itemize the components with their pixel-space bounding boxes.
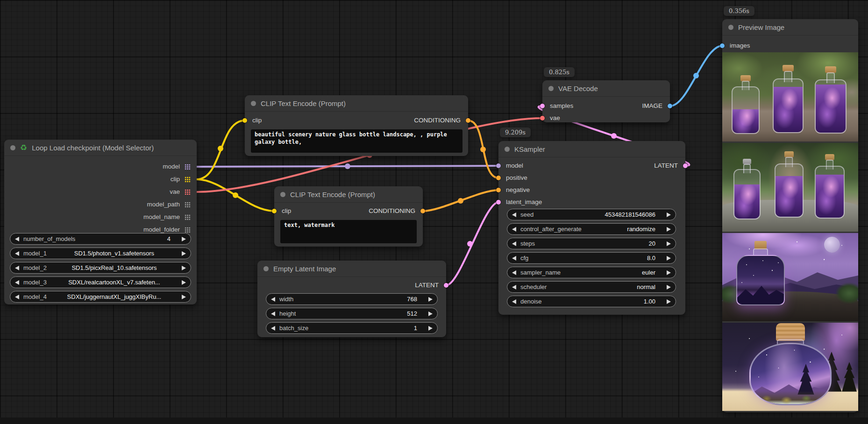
collapse-dot-icon[interactable] <box>251 101 256 106</box>
increment-arrow-icon[interactable] <box>182 251 186 256</box>
increment-arrow-icon[interactable] <box>428 326 433 331</box>
node-header[interactable]: Preview Image <box>722 19 858 35</box>
output-grid-pin-model-folder[interactable] <box>185 227 191 233</box>
decrement-arrow-icon[interactable] <box>512 227 516 232</box>
decrement-arrow-icon[interactable] <box>15 280 19 285</box>
decrement-arrow-icon[interactable] <box>512 212 516 217</box>
output-grid-pin-model-name[interactable] <box>185 214 191 220</box>
output-grid-pin-model[interactable] <box>185 164 191 170</box>
node-vae-decode[interactable]: VAE Decode samples vae IMAGE <box>542 80 670 122</box>
widget-value: 1.00 <box>644 298 667 305</box>
output-pin-conditioning[interactable] <box>466 118 470 123</box>
input-pin-positive[interactable] <box>496 176 501 180</box>
input-pin-vae[interactable] <box>540 116 545 120</box>
preview-image-4[interactable] <box>722 323 858 411</box>
node-clip-text-encode-positive[interactable]: CLIP Text Encode (Prompt) clip CONDITION… <box>245 95 468 156</box>
widget-seed[interactable]: seed 453482181546086 <box>507 209 676 220</box>
increment-arrow-icon[interactable] <box>182 266 186 270</box>
preview-image-2[interactable] <box>722 143 858 232</box>
link-dot-image <box>693 73 699 78</box>
collapse-dot-icon[interactable] <box>263 266 269 271</box>
timing-badge-preview: 0.356s <box>724 6 754 16</box>
prompt-textarea[interactable]: text, watermark <box>280 220 417 243</box>
prompt-textarea[interactable]: beautiful scenery nature glass bottle la… <box>251 129 462 153</box>
decrement-arrow-icon[interactable] <box>271 326 275 331</box>
widget-model-1[interactable]: model_1 SD1.5/photon_v1.safetensors <box>10 247 191 259</box>
output-pin-conditioning[interactable] <box>420 209 425 213</box>
node-header[interactable]: Empty Latent Image <box>257 261 446 277</box>
widget-batch-size[interactable]: batch_size 1 <box>266 322 438 334</box>
input-pin-clip[interactable] <box>242 118 247 123</box>
collapse-dot-icon[interactable] <box>728 25 733 30</box>
node-header[interactable]: ♻ Loop Load checkpoint (Model Selector) <box>4 140 197 156</box>
input-pin-clip[interactable] <box>272 209 277 213</box>
widget-model-3[interactable]: model_3 SDXL/realcartoonXL_v7.safeten... <box>10 276 191 288</box>
decrement-arrow-icon[interactable] <box>15 237 19 241</box>
decrement-arrow-icon[interactable] <box>15 251 19 256</box>
increment-arrow-icon[interactable] <box>182 280 186 285</box>
increment-arrow-icon[interactable] <box>667 227 671 232</box>
increment-arrow-icon[interactable] <box>667 285 671 290</box>
increment-arrow-icon[interactable] <box>428 297 433 302</box>
node-header[interactable]: CLIP Text Encode (Prompt) <box>245 95 468 112</box>
output-label-model-path: model_path <box>147 200 180 209</box>
decrement-arrow-icon[interactable] <box>15 295 19 299</box>
node-header[interactable]: VAE Decode <box>542 80 670 97</box>
preview-image-3[interactable] <box>722 233 858 321</box>
increment-arrow-icon[interactable] <box>182 237 186 241</box>
increment-arrow-icon[interactable] <box>667 241 671 246</box>
output-grid-pin-vae[interactable] <box>185 189 191 195</box>
node-title: CLIP Text Encode (Prompt) <box>261 99 346 107</box>
increment-arrow-icon[interactable] <box>182 295 186 299</box>
input-pin-negative[interactable] <box>496 188 501 192</box>
widget-width[interactable]: width 768 <box>266 293 438 305</box>
preview-image-1[interactable] <box>722 52 858 141</box>
widget-number-of-models[interactable]: number_of_models 4 <box>10 233 191 245</box>
collapse-dot-icon[interactable] <box>10 145 15 150</box>
output-pin-latent[interactable] <box>444 283 448 288</box>
widget-model-4[interactable]: model_4 SDXL/juggernautXL_juggXIByRu... <box>10 291 191 303</box>
input-pin-model[interactable] <box>496 163 501 168</box>
widget-control-after-generate[interactable]: control_after_generate randomize <box>507 223 676 235</box>
node-header[interactable]: KSampler <box>498 141 685 157</box>
input-pin-images[interactable] <box>720 43 725 48</box>
widget-height[interactable]: height 512 <box>266 308 438 319</box>
increment-arrow-icon[interactable] <box>667 299 671 304</box>
widget-scheduler[interactable]: scheduler normal <box>507 281 676 293</box>
decrement-arrow-icon[interactable] <box>512 285 516 290</box>
decrement-arrow-icon[interactable] <box>271 311 275 316</box>
decrement-arrow-icon[interactable] <box>271 297 275 302</box>
input-pin-latent-image[interactable] <box>496 200 501 205</box>
collapse-dot-icon[interactable] <box>548 86 554 91</box>
increment-arrow-icon[interactable] <box>667 256 671 261</box>
widget-denoise[interactable]: denoise 1.00 <box>507 296 676 307</box>
output-label-model-name: model_name <box>143 213 180 221</box>
widget-model-2[interactable]: model_2 SD1.5/picxReal_10.safetensors <box>10 262 191 274</box>
widget-steps[interactable]: steps 20 <box>507 238 676 249</box>
node-preview-image[interactable]: Preview Image images <box>722 19 858 412</box>
node-loop-load-checkpoint[interactable]: ♻ Loop Load checkpoint (Model Selector) … <box>4 140 197 304</box>
output-pin-image[interactable] <box>668 104 672 108</box>
increment-arrow-icon[interactable] <box>667 270 671 275</box>
output-grid-pin-clip[interactable] <box>185 177 191 183</box>
node-clip-text-encode-negative[interactable]: CLIP Text Encode (Prompt) clip CONDITION… <box>274 186 423 247</box>
decrement-arrow-icon[interactable] <box>512 241 516 246</box>
increment-arrow-icon[interactable] <box>667 212 671 217</box>
input-pin-samples[interactable] <box>540 104 545 108</box>
collapse-dot-icon[interactable] <box>280 192 285 197</box>
decrement-arrow-icon[interactable] <box>512 256 516 261</box>
decrement-arrow-icon[interactable] <box>512 270 516 275</box>
decrement-arrow-icon[interactable] <box>512 299 516 304</box>
output-grid-pin-model-path[interactable] <box>185 202 191 208</box>
node-header[interactable]: CLIP Text Encode (Prompt) <box>274 186 423 203</box>
decrement-arrow-icon[interactable] <box>15 266 19 270</box>
increment-arrow-icon[interactable] <box>428 311 433 316</box>
node-ksampler[interactable]: KSampler model positive negative latent_… <box>498 141 685 315</box>
output-pin-latent[interactable] <box>683 163 688 168</box>
collapse-dot-icon[interactable] <box>505 147 510 152</box>
node-empty-latent-image[interactable]: Empty Latent Image LATENT width 768 heig… <box>257 261 446 337</box>
widget-cfg[interactable]: cfg 8.0 <box>507 252 676 264</box>
widget-value: 20 <box>649 240 667 247</box>
link-dot-latent <box>467 241 473 247</box>
widget-sampler-name[interactable]: sampler_name euler <box>507 267 676 278</box>
